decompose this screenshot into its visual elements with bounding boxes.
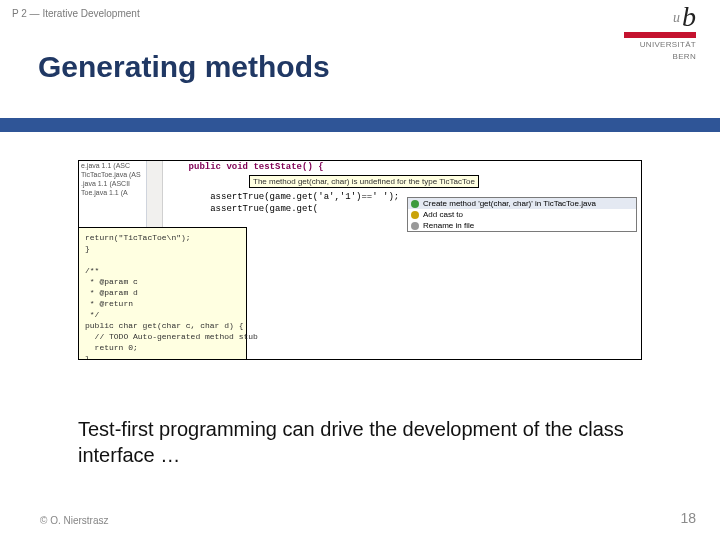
page-number: 18 bbox=[680, 510, 696, 526]
file-entry: Toe.java 1.1 (A bbox=[79, 188, 146, 197]
body-caption: Test-first programming can drive the dev… bbox=[78, 416, 638, 468]
plus-icon bbox=[411, 200, 419, 208]
quick-fix-label: Add cast to bbox=[423, 210, 463, 219]
logo-text-line1: UNIVERSITÄT bbox=[616, 40, 696, 50]
page-title: Generating methods bbox=[38, 50, 330, 84]
breadcrumb: P 2 — Iterative Development bbox=[12, 8, 140, 19]
logo-red-bar bbox=[624, 32, 696, 38]
quick-fix-item-create-method[interactable]: Create method 'get(char, char)' in TicTa… bbox=[408, 198, 636, 209]
keyword: public void testState() { bbox=[167, 162, 324, 172]
quick-fix-label: Create method 'get(char, char)' in TicTa… bbox=[423, 199, 596, 208]
slide: P 2 — Iterative Development Generating m… bbox=[0, 0, 720, 540]
divider-strip bbox=[0, 118, 720, 132]
file-entry: TicTacToe.java (AS bbox=[79, 170, 146, 179]
file-entry: .java 1.1 (ASCII bbox=[79, 179, 146, 188]
quick-fix-label: Rename in file bbox=[423, 221, 474, 230]
error-tooltip: The method get(char, char) is undefined … bbox=[249, 175, 479, 188]
logo-b-glyph: b bbox=[682, 6, 696, 28]
logo-u-glyph: u bbox=[673, 10, 680, 26]
javadoc-hover: return("TicTacToe\n"); } /** * @param c … bbox=[79, 227, 247, 360]
footer-copyright: © O. Nierstrasz bbox=[40, 515, 109, 526]
code-line: public void testState() { bbox=[163, 161, 641, 173]
rename-icon bbox=[411, 222, 419, 230]
quick-fix-popup[interactable]: Create method 'get(char, char)' in TicTa… bbox=[407, 197, 637, 232]
file-entry: e.java 1.1 (ASC bbox=[79, 161, 146, 170]
quick-fix-item-rename[interactable]: Rename in file bbox=[408, 220, 636, 231]
ide-screenshot: e.java 1.1 (ASC TicTacToe.java (AS .java… bbox=[78, 160, 642, 360]
logo-text-line2: BERN bbox=[616, 52, 696, 62]
university-logo: ub UNIVERSITÄT BERN bbox=[616, 6, 696, 62]
header: P 2 — Iterative Development Generating m… bbox=[0, 0, 720, 120]
lightbulb-icon bbox=[411, 211, 419, 219]
logo-monogram: ub bbox=[616, 6, 696, 30]
quick-fix-item-add-cast[interactable]: Add cast to bbox=[408, 209, 636, 220]
